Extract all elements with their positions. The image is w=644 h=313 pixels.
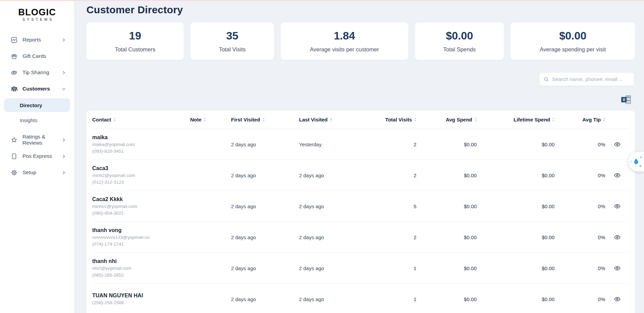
star-icon	[11, 136, 18, 144]
column-header[interactable]: First Visited	[231, 117, 299, 122]
avg-spend-cell: $0.00	[416, 234, 477, 240]
stat-card: $0.00 Average spending per visit	[511, 22, 635, 60]
top-accent-line	[0, 0, 644, 1]
sort-asc-icon	[330, 117, 332, 122]
search-box	[539, 72, 635, 86]
last-visited-cell: 2 days ago	[299, 234, 369, 240]
customer-name: Caca3	[92, 165, 190, 172]
excel-export-icon[interactable]: X	[621, 96, 631, 104]
customer-name: Caca2 Kkkk	[92, 196, 190, 203]
column-header[interactable]: Note	[190, 117, 231, 122]
avg-spend-cell: $0.00	[416, 265, 477, 271]
lifetime-spend-cell: $0.00	[477, 142, 555, 147]
table-row[interactable]: Caca3 minh2@yopmail.com (012)-312-3123 2…	[92, 160, 629, 191]
sidebar-subitem-insights[interactable]: Insights	[4, 113, 70, 127]
column-header-label: Contact	[92, 117, 111, 122]
sidebar-item-reports[interactable]: Reports	[0, 32, 74, 48]
column-header-label: Last Visited	[299, 117, 328, 122]
sidebar-item-ratings-reviews[interactable]: Ratings & Reviews	[0, 132, 74, 148]
customer-email: vvvvvvvvvv123@yopmail.co	[92, 234, 190, 241]
view-customer-eye-icon[interactable]	[613, 171, 622, 180]
tablet-icon	[11, 153, 18, 160]
lifetime-spend-cell: $0.00	[477, 265, 555, 271]
main-content: Customer Directory 19 Total Customers 35…	[75, 0, 644, 313]
avg-tip-cell: 0%	[555, 203, 605, 209]
view-customer-eye-icon[interactable]	[613, 202, 622, 211]
total-visits-cell: 5	[369, 203, 416, 209]
first-visited-cell: 2 days ago	[231, 234, 299, 240]
sparkle-icon: +	[630, 160, 631, 163]
sidebar-item-setup[interactable]: Setup	[0, 164, 74, 181]
view-customer-eye-icon[interactable]	[613, 295, 622, 303]
avg-tip-cell: 0%	[555, 142, 605, 147]
stat-label: Total Visits	[219, 46, 246, 53]
view-cell	[605, 140, 629, 149]
water-drop-icon: + +	[632, 157, 640, 166]
total-visits-cell: 2	[369, 234, 416, 240]
stat-card: $0.00 Total Spends	[415, 22, 504, 60]
first-visited-cell: 2 days ago	[231, 265, 299, 271]
view-customer-eye-icon[interactable]	[613, 233, 622, 242]
stat-value: $0.00	[446, 30, 473, 42]
table-row[interactable]: Caca2 Kkkk minhcc@yopmail.com (090)-454-…	[92, 191, 629, 222]
lifetime-spend-cell: $0.00	[477, 203, 555, 209]
gift-icon	[11, 53, 18, 60]
export-row: X	[86, 96, 635, 104]
sidebar-nav: Reports Gift Cards Tip Sharing Customers…	[0, 32, 74, 181]
column-header-label: Lifetime Spend	[513, 117, 550, 122]
table-row[interactable]: TUAN NGUYEN HAI (258)-258-2588 2 days ag…	[92, 284, 629, 313]
avg-spend-cell: $0.00	[416, 203, 477, 209]
view-cell	[605, 171, 629, 180]
customer-email: minh2@yopmail.com	[92, 172, 190, 179]
column-header-label: First Visited	[231, 117, 260, 122]
chevron-right-icon	[62, 154, 66, 159]
table-row[interactable]: maika maika@yopmail.com (093)-820-3451 2…	[92, 129, 629, 160]
view-customer-eye-icon[interactable]	[613, 264, 622, 273]
lifetime-spend-cell: $0.00	[477, 172, 555, 178]
total-visits-cell: 2	[369, 142, 416, 147]
total-visits-cell: 1	[369, 265, 416, 271]
column-header-label: Total Visits	[385, 117, 412, 122]
chevron-right-icon	[62, 38, 66, 42]
sidebar-item-pos-express[interactable]: Pos Express	[0, 148, 74, 164]
customer-name: maika	[92, 134, 190, 141]
first-visited-cell: 2 days ago	[231, 203, 299, 209]
sparkle-dot	[640, 165, 641, 167]
column-header[interactable]: Total Visits	[369, 117, 416, 122]
column-header[interactable]: Avg Tip	[555, 117, 605, 122]
table-row[interactable]: thanh nhi nhi2@yopmail.com (085)-285-285…	[92, 253, 629, 284]
chevron-right-icon	[62, 138, 66, 142]
sidebar-subitem-directory[interactable]: Directory	[4, 98, 70, 112]
column-header[interactable]: Lifetime Spend	[477, 117, 555, 122]
sort-both-icon	[263, 118, 265, 121]
customer-phone: (090)-454-3021	[92, 210, 190, 217]
view-customer-eye-icon[interactable]	[613, 140, 622, 149]
sort-both-icon	[114, 118, 116, 121]
contact-cell: thanh nhi nhi2@yopmail.com (085)-285-285…	[92, 258, 190, 279]
chevron-right-icon	[62, 70, 66, 75]
sidebar-item-gift-cards[interactable]: Gift Cards	[0, 48, 74, 64]
stat-card: 1.84 Average visits per customer	[281, 22, 408, 60]
brand-name: BLOGIC	[0, 7, 74, 17]
last-visited-cell: 2 days ago	[299, 296, 369, 302]
gear-icon	[11, 169, 18, 176]
search-input[interactable]	[552, 76, 630, 82]
avg-tip-cell: 0%	[555, 296, 605, 302]
sidebar-item-customers[interactable]: Customers	[0, 81, 74, 97]
view-cell	[605, 233, 629, 242]
table-body: maika maika@yopmail.com (093)-820-3451 2…	[92, 129, 629, 313]
column-header[interactable]: Last Visited	[299, 117, 369, 122]
total-visits-cell: 1	[369, 296, 416, 302]
sidebar-item-tip-sharing[interactable]: Tip Sharing	[0, 64, 74, 81]
sidebar-item-label: Customers	[22, 86, 57, 92]
sidebar-item-label: Reports	[22, 37, 57, 43]
stat-card: 19 Total Customers	[86, 22, 184, 60]
column-header[interactable]: Contact	[92, 117, 190, 122]
column-header[interactable]: Avg Spend	[416, 117, 477, 122]
lifetime-spend-cell: $0.00	[477, 296, 555, 302]
table-row[interactable]: thanh vong vvvvvvvvvv123@yopmail.co (074…	[92, 222, 629, 253]
first-visited-cell: 2 days ago	[231, 296, 299, 302]
stat-value: $0.00	[559, 30, 587, 42]
total-visits-cell: 2	[369, 172, 416, 178]
customer-email: nhi2@yopmail.com	[92, 265, 190, 272]
